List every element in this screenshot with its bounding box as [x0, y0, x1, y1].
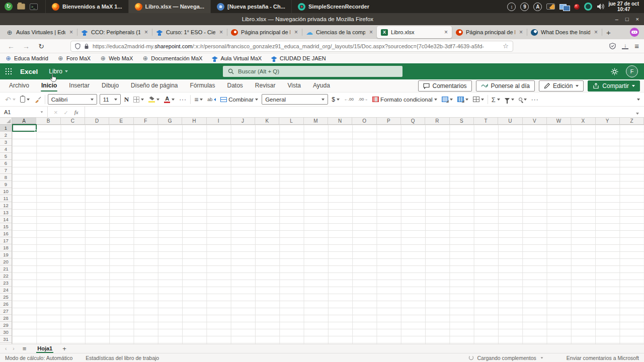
row-header[interactable]: 26 [0, 301, 12, 308]
tab-close-icon[interactable] [293, 29, 299, 36]
wrap-text-button[interactable]: ab [206, 96, 217, 103]
bookmark-item[interactable]: Aula Virtual MaX [211, 55, 262, 62]
browser-tab[interactable]: CCO: Peripherals (1°E [77, 26, 152, 38]
launcher-icon[interactable] [29, 3, 38, 11]
font-select[interactable]: Calibri [48, 94, 97, 105]
font-size-select[interactable]: 11 [100, 94, 121, 105]
row-header[interactable]: 15 [0, 223, 12, 230]
add-sheet-button[interactable]: + [59, 345, 69, 352]
row-header[interactable]: 31 [0, 336, 12, 343]
row-header[interactable]: 10 [0, 188, 12, 195]
column-header[interactable]: V [523, 118, 547, 124]
tray-display-icon[interactable] [546, 4, 555, 10]
row-header[interactable]: 4 [0, 146, 12, 153]
bookmark-item[interactable]: Educa Madrid [5, 55, 48, 62]
fill-handle[interactable] [35, 130, 37, 132]
column-header[interactable]: E [109, 118, 133, 124]
comments-button[interactable]: Comentarios [418, 80, 472, 92]
currency-button[interactable]: $ [331, 95, 341, 104]
grid-cells[interactable] [12, 125, 644, 344]
conditional-formatting-button[interactable]: Formato condicional [371, 96, 438, 104]
column-header[interactable]: M [304, 118, 328, 124]
row-header[interactable]: 7 [0, 167, 12, 174]
taskbar-item[interactable]: SimpleScreenRecorder [291, 0, 375, 13]
browser-tab[interactable]: Libro.xlsx [377, 26, 452, 38]
app-menu-icon[interactable] [634, 42, 639, 51]
column-header[interactable]: K [255, 118, 279, 124]
decrease-decimal-button[interactable]: ←.00 [343, 96, 355, 103]
lock-icon[interactable] [84, 43, 89, 49]
selected-cell-a1[interactable] [12, 124, 37, 132]
tab-close-icon[interactable] [443, 29, 449, 36]
feedback-link[interactable]: Enviar comentarios a Microsoft [567, 355, 639, 361]
taskbar-item[interactable]: Bienvenidos a MaX 1... [45, 0, 128, 13]
row-header[interactable]: 27 [0, 308, 12, 315]
browser-tab[interactable]: Curso: 1° ESO - Cienc [152, 26, 227, 38]
browser-tab[interactable]: What Does the Inside [527, 26, 602, 38]
row-header[interactable]: 1 [0, 125, 12, 132]
column-header[interactable]: H [182, 118, 206, 124]
cell-styles-button[interactable] [456, 96, 469, 103]
row-header[interactable]: 17 [0, 237, 12, 244]
ribbon-tab[interactable]: Ayuda [308, 80, 335, 92]
row-header[interactable]: 16 [0, 230, 12, 237]
row-header[interactable]: 24 [0, 287, 12, 294]
search-box[interactable]: Buscar (Alt + Q) [223, 66, 403, 77]
column-header[interactable]: D [85, 118, 109, 124]
format-painter-button[interactable] [33, 95, 42, 104]
insert-table-button[interactable] [472, 96, 485, 103]
row-header[interactable]: 5 [0, 153, 12, 160]
row-header[interactable]: 2 [0, 132, 12, 139]
find-button[interactable] [518, 97, 528, 102]
chevron-down-icon[interactable] [540, 357, 543, 358]
tab-close-icon[interactable] [593, 29, 599, 36]
tray-record-dot-icon[interactable] [574, 4, 580, 10]
column-header[interactable]: Q [401, 118, 425, 124]
paste-button[interactable] [19, 95, 31, 104]
sort-filter-button[interactable] [504, 97, 515, 102]
collapse-ribbon-icon[interactable] [637, 99, 640, 101]
document-name-button[interactable]: Libro [45, 66, 72, 77]
share-button[interactable]: Compartir [588, 80, 640, 92]
fill-color-button[interactable] [147, 96, 160, 104]
settings-gear-icon[interactable] [610, 67, 619, 76]
downloads-icon[interactable] [622, 43, 628, 49]
column-header[interactable]: N [328, 118, 352, 124]
column-header[interactable]: L [279, 118, 303, 124]
bookmark-item[interactable]: Foro MaX [57, 55, 91, 62]
protections-shield-icon[interactable] [609, 43, 616, 49]
reload-button[interactable] [35, 41, 47, 52]
row-header[interactable]: 32 [0, 343, 12, 344]
calc-mode-status[interactable]: Modo de cálculo: Automático [5, 355, 72, 361]
ribbon-tab[interactable]: Vista [283, 80, 306, 92]
next-sheet-icon[interactable] [11, 346, 16, 351]
column-header[interactable]: O [352, 118, 376, 124]
row-header[interactable]: 8 [0, 174, 12, 181]
app-name[interactable]: Excel [17, 68, 45, 75]
app-launcher-button[interactable] [0, 63, 17, 79]
row-header[interactable]: 18 [0, 244, 12, 251]
ribbon-tab[interactable]: Insertar [64, 80, 95, 92]
launcher-icon[interactable] [4, 3, 13, 11]
column-header[interactable]: J [231, 118, 255, 124]
borders-button[interactable] [132, 96, 145, 104]
ribbon-tab[interactable]: Diseño de página [126, 80, 183, 92]
fx-icon[interactable]: fx [74, 109, 78, 115]
tray-screenrecorder-icon[interactable] [584, 3, 592, 11]
tray-volume-icon[interactable] [597, 3, 604, 10]
column-header[interactable]: Z [620, 118, 644, 124]
close-button[interactable] [636, 16, 639, 22]
tray-workspace-badge[interactable]: 9 [520, 3, 529, 11]
row-header[interactable]: 11 [0, 195, 12, 202]
prev-sheet-icon[interactable] [3, 346, 9, 351]
row-header[interactable]: 14 [0, 216, 12, 223]
browser-tab[interactable]: Ciencias de la comput [302, 26, 377, 38]
taskbar-item[interactable]: Libro.xlsx — Navega... [128, 0, 210, 13]
tab-close-icon[interactable] [518, 29, 524, 36]
formula-input[interactable] [85, 107, 631, 117]
tray-monitors-icon[interactable] [559, 3, 570, 11]
row-header[interactable]: 21 [0, 265, 12, 273]
taskbar-item[interactable]: [Nueva pestaña - Ch... [210, 0, 291, 13]
tab-close-icon[interactable] [218, 29, 224, 36]
tab-close-icon[interactable] [368, 29, 374, 36]
